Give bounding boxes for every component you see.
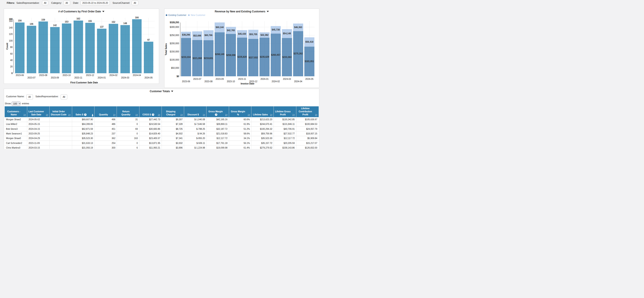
svg-text:2023-06: 2023-06 xyxy=(182,80,190,83)
svg-text:$45,738: $45,738 xyxy=(272,28,280,31)
svg-text:$150,000: $150,000 xyxy=(170,50,179,53)
svg-text:?: ? xyxy=(215,113,217,116)
svg-text:$200,000: $200,000 xyxy=(170,42,179,45)
svg-text:140: 140 xyxy=(9,26,12,29)
svg-text:$260,457: $260,457 xyxy=(271,54,280,56)
svg-text:156: 156 xyxy=(18,19,22,22)
svg-text:$38,296: $38,296 xyxy=(182,34,190,36)
svg-text:2023-12: 2023-12 xyxy=(86,74,94,76)
svg-text:100: 100 xyxy=(9,39,12,42)
svg-text:2023-09: 2023-09 xyxy=(51,76,59,79)
svg-text:$258,598: $258,598 xyxy=(226,54,236,56)
svg-text:120: 120 xyxy=(9,33,12,35)
svg-text:$52,696: $52,696 xyxy=(193,34,202,37)
svg-text:$42,765: $42,765 xyxy=(227,29,235,32)
svg-text:2023-06: 2023-06 xyxy=(16,74,24,76)
svg-text:Invoice Date: Invoice Date xyxy=(240,82,254,85)
svg-text:2023-10: 2023-10 xyxy=(227,80,235,83)
svg-text:2024-02: 2024-02 xyxy=(272,80,280,83)
svg-text:$328,293: $328,293 xyxy=(170,21,179,23)
svg-text:155: 155 xyxy=(88,20,92,22)
svg-text:$300,000: $300,000 xyxy=(170,26,179,28)
svg-text:2024-03: 2024-03 xyxy=(283,78,291,80)
svg-text:20: 20 xyxy=(10,65,13,68)
svg-text:2023-09: 2023-09 xyxy=(216,78,224,80)
svg-text:First Customer Sale Date: First Customer Sale Date xyxy=(70,81,98,84)
svg-text:2023-08: 2023-08 xyxy=(204,80,213,83)
svg-text:2024-02: 2024-02 xyxy=(109,74,118,76)
svg-text:$233,363: $233,363 xyxy=(282,56,292,58)
svg-text:2023-10: 2023-10 xyxy=(63,74,71,76)
svg-text:148: 148 xyxy=(123,22,127,24)
svg-text:2023-11: 2023-11 xyxy=(74,76,82,79)
svg-text:137: 137 xyxy=(100,26,104,28)
svg-text:2024-05: 2024-05 xyxy=(144,76,153,79)
svg-text:?: ? xyxy=(85,113,86,116)
svg-text:166: 166 xyxy=(135,16,139,18)
svg-text:60: 60 xyxy=(10,52,13,55)
svg-text:2023-11: 2023-11 xyxy=(238,78,246,80)
svg-text:160: 160 xyxy=(9,20,12,22)
svg-text:$221,068: $221,068 xyxy=(192,57,202,59)
svg-text:$0: $0 xyxy=(176,75,179,77)
svg-text:162: 162 xyxy=(76,17,80,20)
svg-text:2023-07: 2023-07 xyxy=(193,78,202,80)
svg-text:80: 80 xyxy=(10,46,13,48)
svg-text:$235,629: $235,629 xyxy=(260,56,269,58)
svg-text:$45,430: $45,430 xyxy=(238,32,246,35)
svg-text:Count: Count xyxy=(6,43,8,49)
svg-text:$56,418: $56,418 xyxy=(306,41,314,43)
svg-text:2023-08: 2023-08 xyxy=(39,74,47,76)
svg-text:0: 0 xyxy=(11,72,12,74)
svg-text:146: 146 xyxy=(30,23,34,25)
svg-text:$233,334: $233,334 xyxy=(182,56,191,58)
svg-text:2024-04: 2024-04 xyxy=(294,80,302,83)
svg-text:Total Sales: Total Sales xyxy=(165,43,167,55)
svg-text:$235,820: $235,820 xyxy=(238,56,247,58)
svg-text:159: 159 xyxy=(42,18,45,21)
svg-text:$100,000: $100,000 xyxy=(170,59,179,61)
svg-text:152: 152 xyxy=(112,21,115,23)
svg-text:$268,149: $268,149 xyxy=(215,53,224,55)
svg-text:$32,382: $32,382 xyxy=(260,34,269,36)
svg-text:$60,766: $60,766 xyxy=(204,34,213,36)
svg-text:2024-04: 2024-04 xyxy=(133,74,141,76)
svg-text:$60,144: $60,144 xyxy=(216,26,224,28)
svg-text:$50,000: $50,000 xyxy=(171,67,179,69)
svg-text:$250,000: $250,000 xyxy=(170,34,179,36)
svg-text:$219,831: $219,831 xyxy=(204,57,213,59)
svg-text:2024-05: 2024-05 xyxy=(306,78,314,80)
svg-text:97: 97 xyxy=(148,39,150,41)
svg-text:2024-03: 2024-03 xyxy=(121,76,129,79)
svg-text:153: 153 xyxy=(65,20,68,23)
svg-text:$46,363: $46,363 xyxy=(294,26,302,28)
svg-text:$181,051: $181,051 xyxy=(305,60,314,62)
svg-text:?: ? xyxy=(152,113,154,116)
svg-text:2024-01: 2024-01 xyxy=(98,76,106,79)
svg-text:2023-07: 2023-07 xyxy=(28,76,36,79)
svg-text:$55,705: $55,705 xyxy=(250,33,258,35)
svg-text:$275,262: $275,262 xyxy=(294,52,303,55)
svg-text:2024-01: 2024-01 xyxy=(260,78,269,80)
svg-text:40: 40 xyxy=(10,59,13,61)
svg-text:$227,932: $227,932 xyxy=(249,56,258,59)
svg-text:$54,148: $54,148 xyxy=(283,32,291,35)
svg-text:142: 142 xyxy=(53,24,57,26)
